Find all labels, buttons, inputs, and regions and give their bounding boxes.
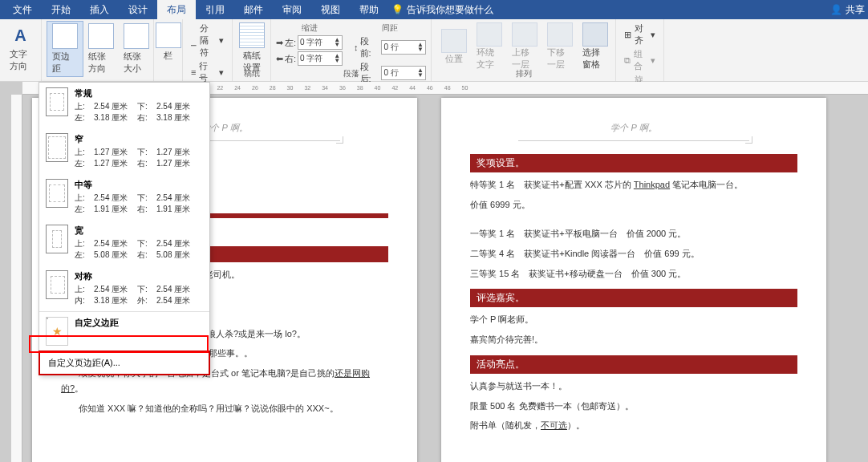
draft-group-label: 稿纸 (233, 68, 270, 79)
paragraph: 嘉宾简介待完善!。 (470, 332, 797, 347)
tab-文件[interactable]: 文件 (3, 0, 42, 19)
margin-preset-narrow[interactable]: 窄上:1.27 厘米下:1.27 厘米左:1.27 厘米右:1.27 厘米 (39, 128, 209, 174)
lightbulb-icon: 💡 (391, 4, 404, 15)
paragraph-group-label: 段落 (271, 68, 431, 79)
text-direction-icon: A (8, 22, 34, 48)
vertical-ruler[interactable] (11, 95, 22, 462)
line-numbers-button[interactable]: ≡行号 ▾ (191, 60, 224, 84)
margin-thumb-icon (46, 87, 68, 116)
star-icon (46, 317, 68, 346)
tab-开始[interactable]: 开始 (42, 0, 80, 19)
margin-preset-mirror[interactable]: 对称上:2.54 厘米下:2.54 厘米内:3.18 厘米外:2.54 厘米 (39, 265, 209, 311)
size-button[interactable]: 纸张大小 (119, 21, 154, 77)
breaks-icon: ⎯ (191, 36, 197, 46)
tab-插入[interactable]: 插入 (80, 0, 119, 19)
margin-thumb-icon (46, 225, 68, 253)
paragraph: 限量 500 名 免费赠书一本（包邮寄送）。 (470, 399, 797, 414)
tab-设计[interactable]: 设计 (119, 0, 157, 19)
columns-button[interactable]: 栏 (159, 21, 177, 63)
paragraph: 学个 P 啊老师。 (470, 312, 797, 327)
tab-视图[interactable]: 视图 (311, 0, 350, 19)
section-bar: 评选嘉宾。 (470, 289, 797, 307)
arrange-group-label: 排列 (432, 68, 615, 79)
tell-me[interactable]: 💡 告诉我你想要做什么 (391, 3, 493, 17)
title-bar: 文件开始插入设计布局引用邮件审阅视图帮助 💡 告诉我你想要做什么 👤 共享 (0, 0, 868, 19)
margin-preset-wide[interactable]: 宽上:2.54 厘米下:2.54 厘米左:5.08 厘米右:5.08 厘米 (39, 220, 209, 265)
indent-left-icon: ➡ (276, 38, 283, 48)
spacing-before-input[interactable]: 0 行▲▼ (381, 40, 426, 55)
draft-settings-button[interactable]: 稿纸 设置 (237, 21, 266, 75)
tab-帮助[interactable]: 帮助 (350, 0, 388, 19)
margins-dropdown: 常规上:2.54 厘米下:2.54 厘米左:3.18 厘米右:3.18 厘米窄上… (39, 82, 210, 375)
orientation-button[interactable]: 纸张方向 (83, 21, 119, 77)
text-direction-button[interactable]: A 文字方向 (5, 21, 36, 74)
page-2[interactable]: 学个 P 啊。 奖项设置。 特等奖 1 名 获奖证书+配置 XXX 芯片的 Th… (441, 98, 826, 462)
person-icon: 👤 (830, 4, 842, 15)
share-button[interactable]: 👤 共享 (830, 3, 865, 17)
backward-button: 下移一层 (542, 21, 578, 72)
paragraph: 价值 6999 元。 (470, 197, 797, 213)
align-icon: ⊞ (624, 30, 631, 40)
draft-icon (239, 22, 265, 48)
indent-left-input[interactable]: 0 字符▲▼ (298, 35, 343, 50)
wrap-button: 环绕文字 (472, 21, 507, 72)
tab-邮件[interactable]: 邮件 (234, 0, 273, 19)
backward-icon (547, 22, 573, 47)
breaks-button[interactable]: ⎯分隔符 ▾ (191, 22, 224, 59)
margin-thumb-icon (46, 179, 68, 208)
margins-icon (52, 23, 78, 49)
tab-审阅[interactable]: 审阅 (273, 0, 311, 19)
paragraph: 认真参与就送书一本！。 (470, 379, 797, 394)
group-button: ⧉组合 ▾ (624, 48, 655, 72)
page-header: 学个 P 啊。 (470, 122, 797, 134)
paragraph: 一等奖 1 名 获奖证书+平板电脑一台 价值 2000 元。 (470, 226, 797, 241)
margin-preset-moderate[interactable]: 中等上:2.54 厘米下:2.54 厘米左:1.91 厘米右:1.91 厘米 (39, 174, 209, 220)
margin-thumb-icon (46, 133, 68, 162)
indent-right-input[interactable]: 0 字符▲▼ (298, 51, 343, 66)
selection-pane-icon (582, 22, 608, 47)
group-icon: ⧉ (624, 55, 631, 66)
paragraph: 二等奖 4 名 获奖证书+Kindle 阅读器一台 价值 699 元。 (470, 246, 797, 261)
wrap-icon (477, 22, 502, 47)
ribbon: A 文字方向 页边距 纸张方向 纸张大小 栏 ⎯分隔符 ▾ (0, 19, 868, 82)
tab-布局[interactable]: 布局 (157, 0, 196, 19)
section-bar: 奖项设置。 (470, 154, 797, 172)
tab-引用[interactable]: 引用 (196, 0, 234, 19)
margin-thumb-icon (46, 270, 68, 299)
position-icon (441, 29, 467, 53)
columns-icon (156, 22, 181, 48)
position-button: 位置 (436, 21, 472, 72)
paragraph: 你知道 XXX 嘛？知道他的全称吗？用过嘛？说说你眼中的 XXX~。 (61, 401, 388, 416)
header-rule (518, 140, 749, 141)
paragraph: 附书单（随机发，不可选）。 (470, 418, 797, 433)
forward-button: 上移一层 (507, 21, 542, 72)
margin-preset-last-custom[interactable]: 自定义边距 (39, 312, 209, 351)
align-button[interactable]: ⊞对齐 ▾ (624, 22, 655, 47)
selection-pane-button[interactable]: 选择窗格 (578, 21, 613, 72)
margin-preset-normal[interactable]: 常规上:2.54 厘米下:2.54 厘米左:3.18 厘米右:3.18 厘米 (39, 83, 209, 128)
indent-right-icon: ⬅ (276, 54, 283, 64)
paragraph: 特等奖 1 名 获奖证书+配置 XXX 芯片的 Thinkpad 笔记本电脑一台… (470, 177, 797, 192)
paragraph: 三等奖 15 名 获奖证书+移动硬盘一台 价值 300 元。 (470, 266, 797, 282)
spacing-before-icon: ↕ (354, 43, 359, 52)
margins-button[interactable]: 页边距 (47, 21, 83, 77)
forward-icon (512, 22, 537, 47)
line-numbers-icon: ≡ (191, 67, 196, 77)
size-icon (124, 23, 149, 49)
custom-margins-button[interactable]: 自定义页边距(A)... (39, 351, 210, 375)
section-bar: 活动亮点。 (470, 355, 797, 374)
orientation-icon (88, 23, 114, 49)
